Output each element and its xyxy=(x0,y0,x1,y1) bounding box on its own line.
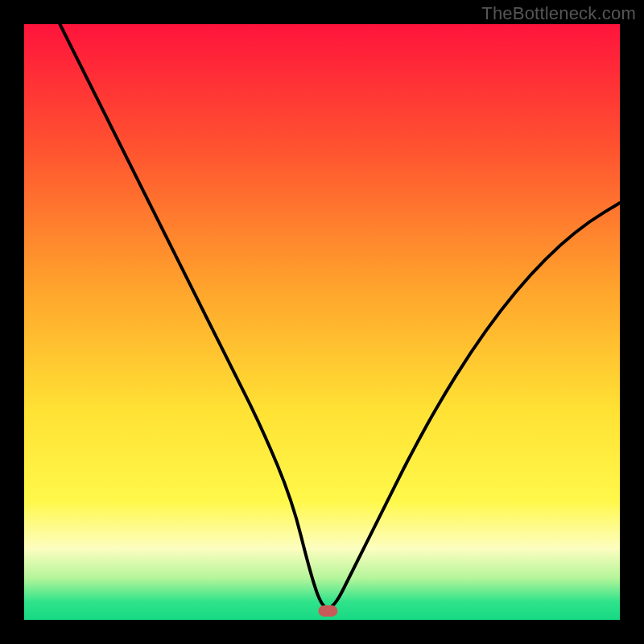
plot-area xyxy=(24,24,620,620)
attribution-label: TheBottleneck.com xyxy=(481,3,636,24)
bottleneck-chart: TheBottleneck.com xyxy=(0,0,644,644)
optimal-marker xyxy=(318,605,337,617)
chart-svg xyxy=(0,0,644,644)
